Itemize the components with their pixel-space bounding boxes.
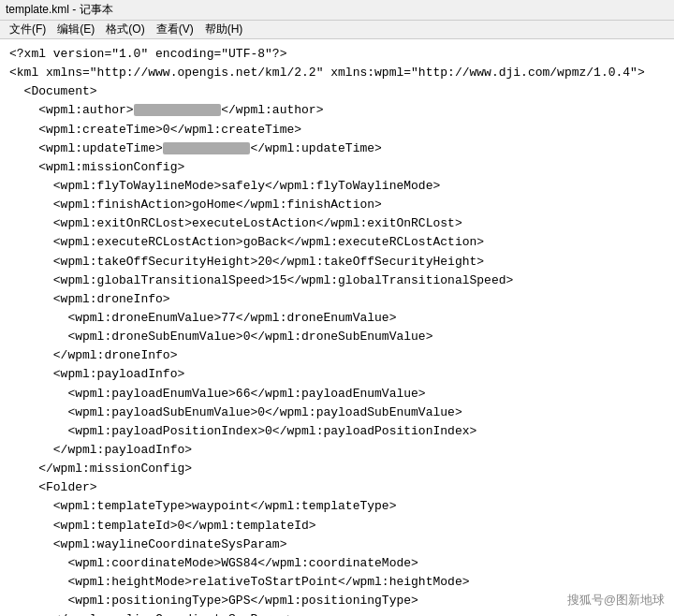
xml-line: <wpml:finishAction>goHome</wpml:finishAc…: [9, 196, 665, 214]
xml-line: <wpml:updateTime> </wpml:updateTime>: [9, 139, 665, 158]
menu-item-edit[interactable]: 编辑(E): [51, 22, 100, 37]
xml-line: <wpml:author> </wpml:author>: [9, 101, 665, 120]
menu-item-file[interactable]: 文件(F): [4, 22, 51, 37]
xml-line: <Folder>: [9, 478, 665, 497]
xml-line: <wpml:waylineCoordinateSysParam>: [9, 535, 665, 554]
xml-line: <wpml:templateType>waypoint</wpml:templa…: [9, 497, 665, 516]
menu-item-help[interactable]: 帮助(H): [199, 22, 249, 37]
xml-line: <wpml:payloadInfo>: [9, 365, 665, 384]
menu-bar: 文件(F) 编辑(E) 格式(O) 查看(V) 帮助(H): [0, 21, 674, 39]
title-bar-text: template.kml - 记事本: [6, 2, 113, 18]
xml-line: <wpml:executeRCLostAction>goBack</wpml:e…: [9, 233, 665, 252]
menu-item-view[interactable]: 查看(V): [151, 22, 199, 37]
xml-line: <wpml:droneSubEnumValue>0</wpml:droneSub…: [9, 328, 665, 346]
xml-line: <wpml:droneEnumValue>77</wpml:droneEnumV…: [9, 309, 665, 328]
xml-line: <wpml:heightMode>relativeToStartPoint</w…: [9, 573, 665, 592]
xml-line: <Document>: [9, 82, 665, 101]
xml-line: </wpml:missionConfig>: [9, 460, 665, 478]
xml-line: <kml xmlns="http://www.opengis.net/kml/2…: [9, 64, 665, 82]
menu-item-format[interactable]: 格式(O): [100, 22, 150, 37]
xml-line: <?xml version="1.0" encoding="UTF-8"?>: [9, 45, 665, 64]
watermark: 搜狐号@图新地球: [567, 592, 665, 609]
xml-line: <wpml:takeOffSecurityHeight>20</wpml:tak…: [9, 253, 665, 271]
title-bar: template.kml - 记事本: [0, 0, 674, 21]
xml-line: <wpml:exitOnRCLost>executeLostAction</wp…: [9, 214, 665, 233]
content-area: <?xml version="1.0" encoding="UTF-8"?> <…: [0, 39, 674, 616]
xml-line: <wpml:templateId>0</wpml:templateId>: [9, 517, 665, 535]
xml-line: <wpml:payloadPositionIndex>0</wpml:paylo…: [9, 422, 665, 441]
xml-line: </wpml:waylineCoordinateSysParam>: [9, 610, 665, 616]
xml-line: <wpml:globalTransitionalSpeed>15</wpml:g…: [9, 271, 665, 290]
xml-line: <wpml:coordinateMode>WGS84</wpml:coordin…: [9, 554, 665, 573]
xml-line: <wpml:payloadEnumValue>66</wpml:payloadE…: [9, 385, 665, 403]
xml-line: <wpml:flyToWaylineMode>safely</wpml:flyT…: [9, 177, 665, 196]
xml-line: <wpml:missionConfig>: [9, 158, 665, 177]
xml-line: </wpml:droneInfo>: [9, 346, 665, 365]
xml-line: <wpml:payloadSubEnumValue>0</wpml:payloa…: [9, 403, 665, 422]
xml-line: </wpml:payloadInfo>: [9, 441, 665, 460]
xml-line: <wpml:createTime>0</wpml:createTime>: [9, 121, 665, 139]
xml-line: <wpml:droneInfo>: [9, 290, 665, 309]
